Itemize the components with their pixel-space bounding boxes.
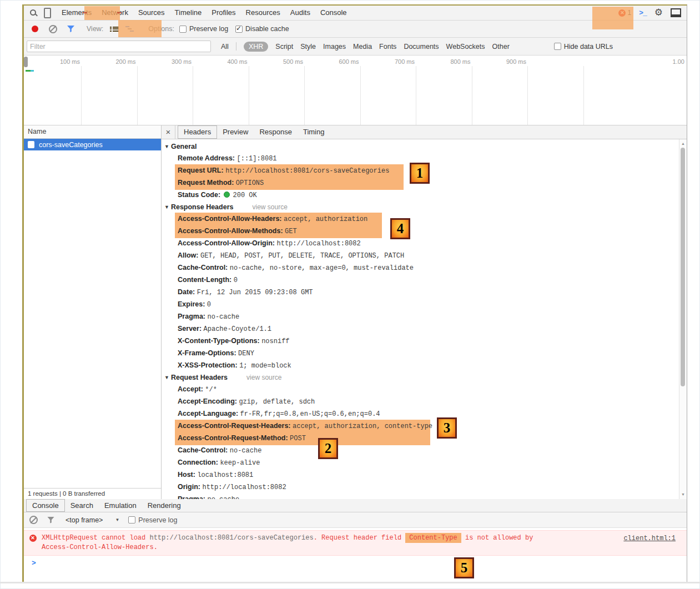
ruler-tick-label: 300 ms — [172, 58, 192, 65]
filter-input[interactable] — [27, 41, 211, 52]
details-scrollbar[interactable]: ▲ ▼ — [679, 139, 687, 499]
console-preserve-log-checkbox[interactable] — [128, 516, 135, 523]
section-header[interactable]: ▼Request Headersview source — [162, 372, 687, 384]
tab-sources[interactable]: Sources — [133, 6, 170, 20]
details-tab-timing[interactable]: Timing — [298, 126, 330, 138]
frame-selector-caret-icon[interactable]: ▼ — [115, 517, 119, 522]
section-header[interactable]: ▼General — [162, 141, 687, 153]
filter-type-documents[interactable]: Documents — [404, 43, 439, 51]
error-badge[interactable]: ✕ 1 — [618, 9, 631, 17]
tab-elements[interactable]: Elements — [57, 6, 97, 20]
header-name: X-Frame-Options: — [178, 349, 238, 357]
error-source-link[interactable]: client.html:1 — [623, 535, 676, 542]
section-header[interactable]: ▼Response Headersview source — [162, 202, 687, 213]
header-name: X-XSS-Protection: — [178, 361, 239, 369]
panel-tabs: ElementsNetworkSourcesTimelineProfilesRe… — [57, 6, 352, 20]
filter-type-all[interactable]: All — [221, 43, 229, 51]
drawer-tab-search[interactable]: Search — [65, 500, 99, 511]
filter-type-style[interactable]: Style — [300, 43, 316, 51]
filter-type-script[interactable]: Script — [275, 43, 293, 51]
view-source-link[interactable]: view source — [246, 374, 281, 381]
overview-grip-handle[interactable] — [24, 57, 28, 67]
details-tab-preview[interactable]: Preview — [217, 126, 254, 138]
header-name: Access-Control-Allow-Headers: — [178, 215, 284, 223]
header-value: accept, authorization, content-type — [293, 422, 432, 430]
filter-type-other[interactable]: Other — [492, 43, 510, 51]
filter-funnel-icon[interactable] — [67, 26, 74, 32]
header-line: X-XSS-Protection: 1; mode=block — [162, 360, 687, 372]
console-error-icon: ✕ — [29, 535, 37, 542]
console-filter-icon[interactable] — [47, 517, 54, 523]
tab-timeline[interactable]: Timeline — [170, 6, 207, 20]
hide-data-urls-checkbox[interactable] — [554, 43, 561, 50]
close-details-icon[interactable]: × — [162, 125, 175, 139]
scrollbar-thumb[interactable] — [681, 148, 685, 386]
filter-divider — [236, 42, 236, 51]
header-value: accept, authorization — [284, 215, 367, 223]
console-preserve-log-label: Preserve log — [138, 516, 177, 524]
network-overview[interactable]: 100 ms200 ms300 ms400 ms500 ms600 ms700 … — [24, 56, 687, 125]
header-line: Accept-Language: fr-FR,fr;q=0.8,en-US;q=… — [162, 408, 687, 420]
ruler-gridline — [360, 66, 361, 125]
tab-audits[interactable]: Audits — [285, 6, 315, 20]
filter-type-images[interactable]: Images — [323, 43, 346, 51]
timeline-view-icon[interactable] — [125, 26, 135, 32]
scroll-down-icon[interactable]: ▼ — [679, 491, 687, 498]
tab-network[interactable]: Network — [97, 6, 133, 20]
header-value: gzip, deflate, sdch — [239, 398, 315, 406]
console-clear-icon[interactable] — [29, 516, 38, 524]
header-line: Access-Control-Request-Method: POST — [162, 432, 687, 445]
gear-icon[interactable]: ⚙ — [654, 8, 663, 17]
drawer-tab-rendering[interactable]: Rendering — [142, 500, 187, 511]
error-line-2: Access-Control-Allow-Headers. — [42, 543, 687, 552]
console-toggle-icon[interactable]: >_ — [639, 9, 647, 17]
disclosure-triangle-icon: ▼ — [164, 204, 169, 210]
header-value: DENY — [238, 350, 254, 358]
drawer-tab-console[interactable]: Console — [26, 499, 65, 512]
header-line: Date: Fri, 12 Jun 2015 09:23:08 GMT — [162, 286, 687, 299]
console-prompt[interactable]: > — [24, 556, 687, 567]
ruler-tick-label: 200 ms — [115, 58, 135, 65]
tab-resources[interactable]: Resources — [241, 6, 285, 20]
header-value: no-cache — [230, 447, 262, 455]
header-name: Pragma: — [178, 495, 208, 499]
ruler-gridline — [249, 66, 249, 125]
clear-icon[interactable] — [49, 25, 57, 33]
header-name: Remote Address: — [178, 154, 237, 162]
header-line: X-Content-Type-Options: nosniff — [162, 335, 687, 348]
device-mode-icon[interactable] — [44, 8, 51, 18]
details-tab-headers[interactable]: Headers — [178, 125, 217, 139]
frame-selector[interactable]: <top frame> — [66, 516, 103, 524]
filter-type-xhr[interactable]: XHR — [244, 42, 268, 52]
tab-profiles[interactable]: Profiles — [207, 6, 240, 20]
header-line: Server: Apache-Coyote/1.1 — [162, 323, 687, 335]
name-column-header[interactable]: Name — [24, 125, 161, 139]
header-value: [::1]:8081 — [237, 155, 277, 163]
disable-cache-checkbox[interactable] — [235, 26, 243, 33]
error-count: 1 — [627, 9, 631, 17]
ruler-gridline — [527, 66, 528, 125]
error-line-1: XMLHttpRequest cannot load http://localh… — [42, 533, 687, 543]
filter-type-media[interactable]: Media — [353, 43, 372, 51]
annotation-badge-3: 3 — [437, 417, 457, 439]
record-icon[interactable] — [32, 26, 38, 32]
dock-side-icon[interactable] — [671, 8, 681, 17]
filter-type-websockets[interactable]: WebSockets — [446, 43, 485, 51]
request-row[interactable]: cors-saveCategories — [24, 139, 161, 150]
view-source-link[interactable]: view source — [252, 203, 287, 211]
preserve-log-checkbox[interactable] — [179, 26, 187, 33]
details-tab-response[interactable]: Response — [254, 126, 298, 138]
content-type-highlight: Content-Type — [405, 533, 461, 543]
drawer-tab-emulation[interactable]: Emulation — [99, 500, 142, 511]
header-value: GET — [285, 228, 297, 235]
search-icon[interactable] — [29, 9, 37, 17]
header-value: 0 — [234, 276, 238, 284]
status-ok-dot-icon — [224, 192, 230, 198]
list-view-icon[interactable] — [110, 26, 119, 32]
header-value: keep-alive — [220, 459, 260, 467]
tab-console[interactable]: Console — [315, 6, 352, 20]
filter-type-fonts[interactable]: Fonts — [379, 43, 396, 51]
highlight-group-g1: Request URL: http://localhost:8081/cors-… — [162, 165, 687, 189]
scroll-up-icon[interactable]: ▲ — [679, 140, 687, 147]
header-value: no-cache — [208, 313, 240, 321]
